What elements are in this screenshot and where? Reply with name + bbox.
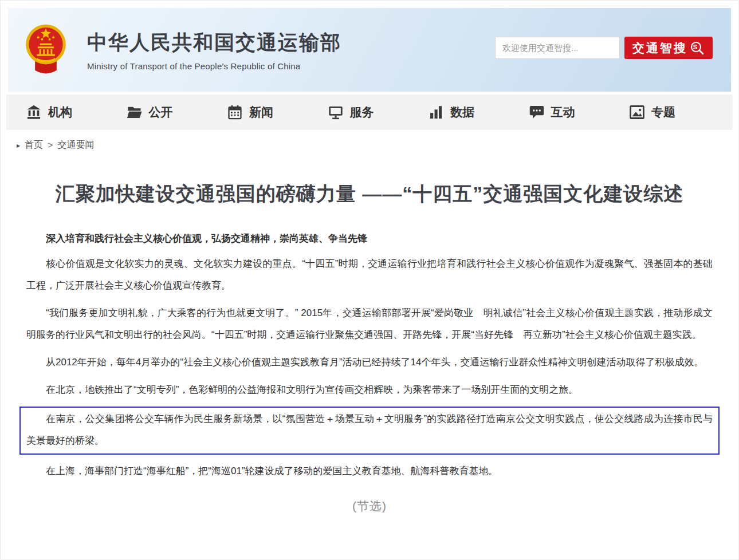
breadcrumb-home-link[interactable]: 首页 (25, 139, 43, 151)
article-paragraph: “我们服务更加文明礼貌，广大乘客的行为也就更文明了。” 2015年，交通运输部部… (26, 302, 713, 346)
page: 中华人民共和国交通运输部 Ministry of Transport of th… (0, 0, 739, 560)
picture-icon (629, 104, 645, 120)
speech-bubble-icon (529, 104, 545, 120)
article-title: 汇聚加快建设交通强国的磅礴力量 ——“十四五”交通强国文化建设综述 (26, 181, 713, 206)
nav-label: 服务 (350, 104, 374, 120)
main-nav: 机构 公开 新闻 (6, 94, 733, 130)
site-header: 中华人民共和国交通运输部 Ministry of Transport of th… (8, 8, 731, 92)
nav-item-zhuanti[interactable]: 专题 (629, 104, 675, 120)
nav-label: 机构 (48, 104, 72, 120)
site-title: 中华人民共和国交通运输部 (87, 29, 341, 56)
smart-search-button[interactable]: 交通智搜 S (624, 37, 713, 59)
site-titles: 中华人民共和国交通运输部 Ministry of Transport of th… (87, 29, 341, 71)
nav-label: 公开 (149, 104, 173, 120)
breadcrumb-arrow-icon: ▸ (17, 141, 20, 149)
site-subtitle: Ministry of Transport of the People's Re… (87, 61, 341, 71)
bank-icon (26, 104, 42, 120)
article-paragraph: 从2012年开始，每年4月举办的“社会主义核心价值观主题实践教育月”活动已经持续… (26, 352, 713, 373)
nav-item-jigou[interactable]: 机构 (26, 104, 72, 120)
monitor-icon (328, 104, 344, 120)
breadcrumb: ▸ 首页 > 交通要闻 (1, 130, 738, 151)
article-paragraph: 在北京，地铁推出了“文明专列”，色彩鲜明的公益海报和文明行为宣传画交相辉映，为乘… (26, 379, 713, 401)
national-emblem-logo[interactable] (24, 22, 68, 78)
calendar-icon (227, 104, 243, 120)
nav-item-xinwen[interactable]: 新闻 (227, 104, 273, 120)
article-paragraph: 核心价值观是文化软实力的灵魂、文化软实力建设的重点。“十四五”时期，交通运输行业… (26, 253, 713, 297)
excerpt-note: (节选) (26, 498, 713, 514)
nav-item-hudong[interactable]: 互动 (529, 104, 575, 120)
breadcrumb-section-link[interactable]: 交通要闻 (57, 139, 94, 151)
nav-item-gongkai[interactable]: 公开 (127, 104, 173, 120)
nav-label: 数据 (450, 104, 474, 120)
nav-item-shuju[interactable]: 数据 (428, 104, 474, 120)
folder-icon (127, 104, 143, 120)
svg-text:S: S (693, 44, 699, 50)
bar-chart-icon (428, 104, 444, 120)
search-area: 交通智搜 S (495, 37, 713, 59)
search-input[interactable] (495, 37, 620, 59)
nav-label: 专题 (651, 104, 675, 120)
magnifier-s-icon: S (690, 41, 705, 56)
smart-search-button-label: 交通智搜 (632, 40, 687, 56)
article-paragraph: 在上海，海事部门打造“海事红船”，把“海巡01”轮建设成了移动的爱国主义教育基地… (26, 460, 713, 482)
nav-item-fuwu[interactable]: 服务 (328, 104, 374, 120)
nav-label: 互动 (551, 104, 575, 120)
breadcrumb-separator: > (48, 140, 53, 151)
nav-label: 新闻 (249, 104, 273, 120)
article-paragraph-highlighted: 在南京，公交集团将公交车辆作为民生服务新场景，以“氛围营造＋场景互动＋文明服务”… (19, 407, 720, 455)
article-subheading: 深入培育和践行社会主义核心价值观，弘扬交通精神，崇尚英雄、争当先锋 (26, 230, 713, 247)
article: 汇聚加快建设交通强国的磅礴力量 ——“十四五”交通强国文化建设综述 深入培育和践… (1, 181, 738, 514)
